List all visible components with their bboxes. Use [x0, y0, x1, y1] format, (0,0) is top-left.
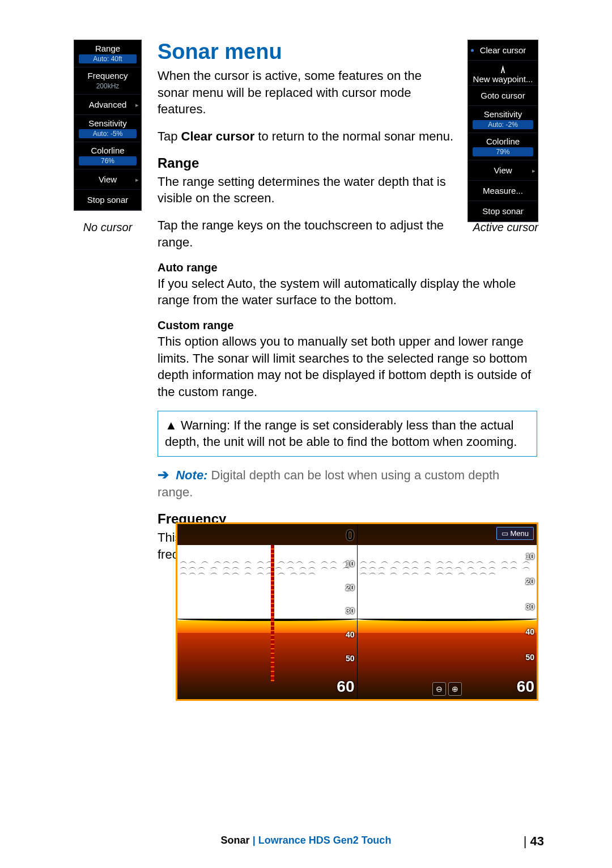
- tick: 50: [337, 654, 354, 663]
- depth-ruler-icon: [271, 545, 274, 682]
- sonar-right-panel: ︵︵ ︵ ︵︵︵ ︵ ︵︵ ︵︵︵ ︵ ︵︵ ︵ ︵︵︵ ︵ ︵︵ ︵ ︵︵︵ …: [358, 524, 537, 699]
- chevron-right-icon: ▸: [135, 176, 139, 183]
- waypoint-flag-icon: [498, 65, 508, 73]
- tick: 30: [517, 602, 534, 611]
- text: to return to the normal sonar menu.: [254, 129, 453, 143]
- menu-item-frequency: Frequency 200kHz: [74, 67, 141, 95]
- tick: 40: [517, 627, 534, 636]
- sonar-split-screenshot: ︵︵ ︵ ︵︵︵ ︵ ︵︵ ︵︵︵ ︵ ︵︵ ︵ ︵︵︵ ︵ ︵︵ ︵ ︵︵︵ …: [176, 522, 538, 701]
- menu-item-colorline: Colorline 76%: [74, 142, 141, 169]
- menu-item-sensitivity: Sensitivity Auto: -5%: [74, 115, 141, 142]
- warning-icon: ▲: [165, 418, 177, 432]
- note-text: Digital depth can be lost when using a c…: [158, 468, 499, 499]
- menu-value: 200kHz: [79, 82, 137, 91]
- tick: 60: [337, 678, 354, 696]
- menu-label: View: [99, 175, 117, 184]
- menu-item-advanced: Advanced ▸: [74, 95, 141, 115]
- zoom-buttons: ⊖ ⊕: [432, 682, 462, 696]
- footer-section: Sonar: [221, 835, 250, 846]
- menu-label: Stop sonar: [482, 206, 524, 216]
- clear-cursor-label: Clear cursor: [181, 129, 255, 143]
- menu-item-colorline: Colorline 79%: [468, 133, 538, 160]
- menu-item-measure: Measure...: [468, 181, 538, 201]
- menu-label: Clear cursor: [480, 45, 526, 55]
- menu-no-cursor: Range Auto: 40ft Frequency 200kHz Advanc…: [74, 40, 142, 211]
- menu-item-stop-sonar: Stop sonar: [74, 190, 141, 210]
- fish-arcs-decoration: ︵︵ ︵ ︵︵︵ ︵ ︵︵ ︵︵︵ ︵ ︵︵ ︵ ︵︵︵ ︵ ︵︵ ︵ ︵︵︵ …: [177, 556, 357, 620]
- menu-label: Goto cursor: [481, 91, 525, 100]
- menu-label: Range: [95, 44, 120, 53]
- caption-no-cursor: No cursor: [74, 221, 142, 234]
- page-footer: Sonar | Lowrance HDS Gen2 Touch: [0, 835, 612, 846]
- chevron-right-icon: ▸: [135, 101, 139, 108]
- menu-item-view: View ▸: [74, 169, 141, 190]
- menu-label: Colorline: [91, 146, 124, 155]
- footer-separator: |: [250, 835, 258, 846]
- sonar-left-panel: ︵︵ ︵ ︵︵︵ ︵ ︵︵ ︵︵︵ ︵ ︵︵ ︵ ︵︵︵ ︵ ︵︵ ︵ ︵︵︵ …: [177, 524, 358, 699]
- auto-range-paragraph: If you select Auto, the system will auto…: [158, 275, 537, 309]
- tick: 20: [337, 583, 354, 592]
- menu-label: New waypoint...: [473, 74, 533, 84]
- menu-item-stop-sonar: Stop sonar: [468, 201, 538, 222]
- menu-label: View: [494, 165, 512, 175]
- fish-arcs-decoration: ︵︵ ︵ ︵︵︵ ︵ ︵︵ ︵︵︵ ︵ ︵︵ ︵ ︵︵︵ ︵ ︵︵ ︵ ︵︵︵ …: [358, 556, 537, 620]
- range-p1: The range setting determines the water d…: [158, 173, 455, 207]
- menu-value: 76%: [79, 156, 137, 165]
- menu-label: Colorline: [486, 137, 520, 146]
- tick: 20: [517, 577, 534, 586]
- bottom-line-decoration: [358, 619, 537, 621]
- menu-item-range: Range Auto: 40ft: [74, 40, 141, 67]
- intro-paragraph-1: When the cursor is active, some features…: [158, 67, 455, 118]
- tick: 60: [517, 678, 534, 696]
- tick: 10: [337, 559, 354, 568]
- menu-label: Frequency: [88, 71, 128, 80]
- custom-range-heading: Custom range: [158, 319, 537, 332]
- chevron-right-icon: ▸: [532, 167, 536, 174]
- menu-item-sensitivity: Sensitivity Auto: -2%: [468, 106, 538, 133]
- menu-item-view: View ▸: [468, 160, 538, 181]
- warning-box: ▲ Warning: If the range is set considera…: [158, 411, 537, 457]
- tick: 30: [337, 606, 354, 615]
- tick: 0: [337, 526, 354, 544]
- note-label: Note:: [176, 468, 207, 482]
- tick: 40: [337, 630, 354, 639]
- menu-active-cursor: Clear cursor New waypoint... Goto cursor…: [468, 40, 538, 222]
- tick: [517, 526, 534, 535]
- range-p2: Tap the range keys on the touchscreen to…: [158, 217, 455, 250]
- menu-item-goto-cursor: Goto cursor: [468, 86, 538, 106]
- menu-item-clear-cursor: Clear cursor: [468, 40, 538, 61]
- arrow-right-icon: ➔: [158, 467, 169, 482]
- menu-label: Sensitivity: [88, 118, 127, 128]
- caption-active-cursor: Active cursor: [459, 221, 538, 234]
- warning-text: Warning: If the range is set considerabl…: [165, 418, 517, 449]
- menu-item-new-waypoint: New waypoint...: [468, 61, 538, 86]
- menu-value: Auto: -5%: [79, 129, 137, 138]
- tick: 50: [517, 653, 534, 662]
- intro-paragraph-2: Tap Clear cursor to return to the normal…: [158, 128, 455, 145]
- depth-ticks-right: 10 20 30 40 50 60: [517, 524, 534, 699]
- bullet-icon: [471, 49, 474, 52]
- footer-product: Lowrance HDS Gen2 Touch: [258, 835, 392, 846]
- note-line: ➔ Note: Digital depth can be lost when u…: [158, 466, 537, 501]
- menu-value: Auto: -2%: [473, 120, 533, 129]
- menu-label: Stop sonar: [87, 195, 129, 205]
- tick: 10: [517, 552, 534, 561]
- menu-label: Measure...: [483, 186, 523, 195]
- zoom-out-icon: ⊖: [432, 682, 446, 696]
- menu-label: Sensitivity: [484, 109, 522, 119]
- depth-ticks-left: 0 10 20 30 40 50 60: [337, 524, 354, 699]
- zoom-in-icon: ⊕: [448, 682, 462, 696]
- section-title: Sonar menu: [158, 40, 455, 64]
- text: Tap: [158, 129, 181, 143]
- menu-value: Auto: 40ft: [79, 54, 137, 63]
- menu-value: 79%: [473, 147, 533, 156]
- page-number: 43: [524, 834, 544, 849]
- auto-range-heading: Auto range: [158, 261, 537, 274]
- range-heading: Range: [158, 155, 455, 171]
- menu-label: Advanced: [89, 100, 127, 109]
- bottom-line-decoration: [177, 619, 357, 621]
- custom-range-paragraph: This option allows you to manually set b…: [158, 333, 537, 401]
